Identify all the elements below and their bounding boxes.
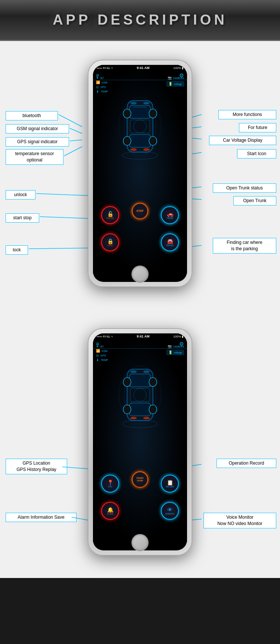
start-stop-btn-wrapper: STARTSTOP xyxy=(132,471,148,488)
label-temp-sensor: temperature sensoroptional xyxy=(6,149,63,165)
camera-icon: 📷 xyxy=(168,76,172,80)
label-more-functions: More functions xyxy=(218,110,276,119)
gps-label: GPS xyxy=(100,86,106,88)
temp-icon-2: 🌡 xyxy=(96,358,99,362)
svg-rect-20 xyxy=(130,120,150,133)
gsm-icon: 📶 xyxy=(96,81,100,84)
section1: bluetooth GSM signal indicator GPS signa… xyxy=(0,41,280,310)
bt-indicator: ✦ BT xyxy=(96,76,108,80)
record-button[interactable]: 📋 RECORD xyxy=(161,475,179,493)
label-lock: lock xyxy=(6,245,28,255)
svg-point-27 xyxy=(130,148,137,151)
label-gsm-signal: GSM signal indicator xyxy=(6,124,69,133)
camera-indicator-2: 📷 CAMERA xyxy=(168,345,184,348)
monitor-label: MONITOR xyxy=(165,513,174,515)
label-start-icon: Start Icon xyxy=(237,149,276,158)
svg-line-4 xyxy=(36,194,93,196)
record-icon: 📋 xyxy=(167,480,173,486)
start-stop-button[interactable]: STARTSTOP xyxy=(132,471,148,488)
car-display-2 xyxy=(106,354,174,436)
phone-screen-2: ••••• RY&L ≈ 9:41 AM 100% ▮ ≡ ⚙ ✦ BT xyxy=(93,333,187,550)
app-title: APP DESCRIPTION xyxy=(53,12,227,28)
section2: GPS LocationGPS History Replay Alarm Inf… xyxy=(0,310,280,578)
camera-label: CAMERA xyxy=(173,77,184,79)
voltage-label: voltage xyxy=(174,83,182,85)
gps-icon-2: ◎ xyxy=(96,354,99,357)
gsm-indicator-2: 📶 GSM xyxy=(96,349,108,353)
svg-point-28 xyxy=(143,148,150,151)
gps-nav-icon: 📍 xyxy=(107,480,113,486)
label-voice-monitor: Voice MonitorNow NO video Monitor xyxy=(203,513,276,528)
battery-text-2: 100% ▮ xyxy=(173,335,183,338)
trunk-button[interactable]: 🚗 TRUNK xyxy=(161,206,179,224)
svg-point-48 xyxy=(143,417,150,420)
trunk-label: TRUNK xyxy=(167,217,173,220)
battery-text: 100% ▮ xyxy=(173,66,183,70)
svg-point-42 xyxy=(149,377,157,386)
gsm-label: GSM xyxy=(102,81,108,84)
bt-icon-2: ✦ xyxy=(96,345,99,348)
gsm-icon-2: 📶 xyxy=(96,349,100,353)
svg-line-3 xyxy=(64,147,82,156)
finding-icon: 🚘 xyxy=(167,238,173,244)
stop-button[interactable]: STOP xyxy=(132,203,148,219)
gps-btn-label: GPS xyxy=(108,486,112,488)
svg-rect-18 xyxy=(130,135,151,148)
monitor-icon: 👁 xyxy=(167,507,172,513)
bt-label: BT xyxy=(100,77,104,79)
car-svg-2 xyxy=(112,359,168,430)
gps-icon: ◎ xyxy=(96,85,99,89)
label-alarm-info: Alarm Information Save xyxy=(6,513,77,522)
right-indicators-1: 📷 CAMERA 🔋 voltage xyxy=(167,76,184,87)
svg-point-23 xyxy=(123,136,131,145)
lock-open-icon: 🔓 xyxy=(107,211,113,217)
home-button-2[interactable] xyxy=(131,534,149,551)
label-car-voltage: Car Voltage Display xyxy=(209,136,276,145)
label-gps-signal: GPS signal indicator xyxy=(6,137,69,147)
label-open-trunk: Open Trunk xyxy=(233,196,276,205)
car-display-1 xyxy=(106,85,174,167)
phone-screen-1: ••••• RY&L ≈ 9:41 AM 100% ▮ ≡ ⚙ ✦ BT xyxy=(93,65,187,282)
bt-label-2: BT xyxy=(100,345,104,348)
stop-label: STOP xyxy=(137,210,144,213)
lock-button[interactable]: 🔒 LOCK xyxy=(101,233,119,251)
gps-label-2: GPS xyxy=(100,354,106,357)
label-open-trunk-status: Open Trunk status xyxy=(213,183,276,193)
svg-point-44 xyxy=(149,405,157,414)
home-button-1[interactable] xyxy=(131,266,149,283)
stop-btn-wrapper: STOP xyxy=(132,203,148,219)
label-gps-location: GPS LocationGPS History Replay xyxy=(6,459,67,474)
unlock-button[interactable]: 🔓 UNLOCK xyxy=(101,206,119,224)
svg-point-43 xyxy=(123,405,131,414)
svg-point-24 xyxy=(149,136,157,145)
svg-rect-40 xyxy=(130,389,150,402)
alarm-button[interactable]: 🔔 ALARM xyxy=(101,502,119,520)
signal-text-2: ••••• RY&L ≈ xyxy=(97,335,113,338)
status-bar-1: ••••• RY&L ≈ 9:41 AM 100% ▮ xyxy=(93,65,187,71)
temp-icon: 🌡 xyxy=(96,89,99,93)
record-label: RECORD xyxy=(166,486,174,488)
label-bluetooth: bluetooth xyxy=(6,111,58,120)
label-operation-record: Operation Record xyxy=(217,459,276,468)
signal-text: ••••• RY&L ≈ xyxy=(97,66,113,70)
header: APP DESCRIPTION xyxy=(0,0,280,41)
label-unlock: unlock xyxy=(6,190,35,200)
svg-line-6 xyxy=(29,248,93,249)
time-text: 9:41 AM xyxy=(137,66,149,70)
label-for-future: For future xyxy=(239,123,276,132)
label-finding-car: Finding car whereis the parking xyxy=(213,238,276,254)
gps-button[interactable]: 📍 GPS xyxy=(101,475,119,493)
finding-button[interactable]: 🚘 FINDING xyxy=(161,233,179,251)
svg-rect-38 xyxy=(130,374,151,387)
svg-line-1 xyxy=(70,128,82,133)
app-screen-2: ••••• RY&L ≈ 9:41 AM 100% ▮ ≡ ⚙ ✦ BT xyxy=(93,333,187,543)
svg-point-21 xyxy=(123,109,131,118)
app-screen-1: ••••• RY&L ≈ 9:41 AM 100% ▮ ≡ ⚙ ✦ BT xyxy=(93,65,187,274)
alarm-label: ALARM xyxy=(107,513,113,515)
svg-point-26 xyxy=(143,102,150,104)
time-text-2: 9:41 AM xyxy=(137,334,149,338)
right-indicators-2: 📷 CAMERA 🔋 voltage xyxy=(167,345,184,355)
camera-label-2: CAMERA xyxy=(173,345,184,348)
svg-point-47 xyxy=(130,417,137,420)
monitor-button[interactable]: 👁 MONITOR xyxy=(161,502,179,520)
